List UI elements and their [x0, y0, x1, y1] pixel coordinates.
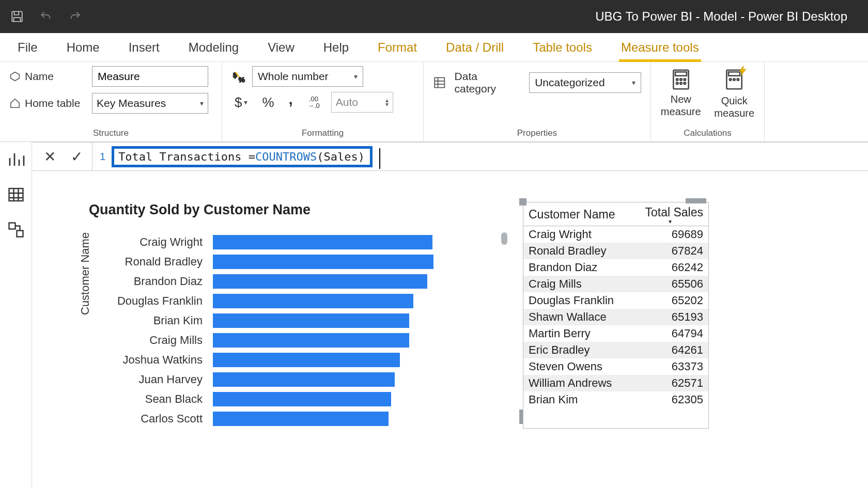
svg-rect-5	[675, 72, 687, 75]
bar-row[interactable]: Joshua Watkins	[213, 350, 492, 370]
tab-format[interactable]: Format	[376, 34, 419, 61]
ribbon-group-empty	[765, 62, 868, 141]
home-table-select[interactable]: Key Measures ▾	[92, 93, 208, 114]
decimals-button[interactable]: .00 →.0	[304, 92, 323, 113]
decimals-placeholder: Auto	[336, 96, 358, 108]
number-format-select[interactable]: Whole number ▾	[252, 66, 363, 87]
formula-bar: ✕ ✓ 1 Total Transactions = COUNTROWS( Sa…	[32, 142, 868, 171]
table-row[interactable]: Brandon Diaz66242	[523, 259, 708, 276]
bar[interactable]	[213, 255, 433, 269]
table-row[interactable]: Ronald Bradley67824	[523, 243, 708, 259]
measure-name-input[interactable]	[92, 66, 208, 87]
table-row[interactable]: William Andrews62571	[523, 375, 708, 391]
bar-label: Joshua Watkins	[89, 353, 208, 367]
tab-measure-tools[interactable]: Measure tools	[619, 34, 701, 61]
bar[interactable]	[213, 333, 409, 348]
bar-row[interactable]: Sean Black	[213, 389, 492, 409]
table-row[interactable]: Douglas Franklin65202	[523, 292, 708, 309]
table-row[interactable]: Martin Berry64794	[523, 325, 708, 342]
chart-scrollbar[interactable]	[501, 232, 507, 245]
bar[interactable]	[213, 235, 432, 249]
model-icon	[7, 221, 25, 239]
formula-cancel-button[interactable]: ✕	[42, 148, 57, 165]
bar-row[interactable]: Craig Mills	[213, 330, 492, 350]
new-measure-button[interactable]: New measure	[660, 68, 702, 119]
tab-table-tools[interactable]: Table tools	[531, 34, 594, 61]
decimals-spinner[interactable]: Auto ▴▾	[331, 92, 393, 113]
tab-file[interactable]: File	[16, 34, 40, 61]
table-row[interactable]: Shawn Wallace65193	[523, 309, 708, 325]
ribbon-group-structure: Name Home table Key Measures ▾ Structure	[0, 62, 222, 141]
table-visual[interactable]: Customer Name Total Sales ▾ Craig Wright…	[523, 202, 709, 429]
undo-icon[interactable]	[39, 10, 53, 23]
svg-point-11	[684, 83, 686, 85]
formula-commit-button[interactable]: ✓	[69, 148, 84, 165]
bar-chart-visual[interactable]: Quantity Sold by Customer Name Customer …	[89, 202, 492, 429]
bar-row[interactable]: Brian Kim	[213, 311, 492, 330]
cell-name: Craig Mills	[523, 276, 632, 292]
tab-home[interactable]: Home	[65, 34, 102, 61]
group-label-structure: Structure	[9, 126, 212, 141]
report-surface[interactable]: Quantity Sold by Customer Name Customer …	[32, 171, 868, 429]
cell-name: Craig Wright	[523, 226, 632, 243]
table-header-name[interactable]: Customer Name	[523, 202, 632, 226]
ribbon-body: Name Home table Key Measures ▾ Structure	[0, 62, 868, 142]
formula-text[interactable]: Total Transactions = COUNTROWS( Sales )	[112, 146, 373, 167]
bar[interactable]	[213, 313, 409, 328]
tab-data-drill[interactable]: Data / Drill	[444, 34, 506, 61]
model-view-button[interactable]	[7, 221, 25, 239]
format-mode-icon[interactable]: $%	[231, 69, 246, 84]
percent-button[interactable]: %	[259, 92, 277, 113]
data-category-select[interactable]: Uncategorized ▾	[529, 72, 641, 93]
table-row[interactable]: Steven Owens63373	[523, 358, 708, 375]
currency-button[interactable]: $ ▾	[231, 92, 251, 113]
titlebar: UBG To Power BI - Model - Power BI Deskt…	[0, 0, 868, 33]
report-view-button[interactable]	[7, 150, 25, 169]
svg-rect-19	[17, 231, 23, 237]
table-row[interactable]: Craig Wright69689	[523, 226, 708, 243]
redo-icon[interactable]	[68, 10, 82, 23]
cell-sales: 62571	[632, 375, 708, 391]
bar[interactable]	[213, 412, 389, 426]
ribbon-group-properties: Data category Uncategorized ▾ Properties	[424, 62, 651, 141]
bar[interactable]	[213, 353, 400, 367]
bar[interactable]	[213, 294, 413, 308]
bar-row[interactable]: Juan Harvey	[213, 370, 492, 389]
spinner-arrows-icon[interactable]: ▴▾	[385, 98, 389, 106]
table-row[interactable]: Brian Kim62305	[523, 391, 708, 408]
tab-help[interactable]: Help	[321, 34, 351, 61]
cell-sales: 69689	[632, 226, 708, 243]
quick-measure-button[interactable]: Quick measure	[714, 68, 755, 119]
bar[interactable]	[213, 372, 395, 387]
bar-row[interactable]: Craig Wright	[213, 232, 492, 252]
tab-view[interactable]: View	[266, 34, 297, 61]
tab-insert[interactable]: Insert	[127, 34, 162, 61]
table-row[interactable]: Eric Bradley64261	[523, 342, 708, 358]
bar-label: Douglas Franklin	[89, 294, 208, 308]
svg-point-8	[684, 78, 686, 81]
bar-label: Sean Black	[89, 392, 208, 406]
new-measure-label: New measure	[660, 93, 702, 118]
bar-row[interactable]: Douglas Franklin	[213, 291, 492, 311]
canvas: ✕ ✓ 1 Total Transactions = COUNTROWS( Sa…	[32, 142, 868, 488]
bar-label: Brian Kim	[89, 314, 208, 327]
bar-row[interactable]: Ronald Bradley	[213, 252, 492, 272]
name-label: Name	[25, 70, 54, 83]
cell-sales: 66242	[632, 259, 708, 276]
home-table-label: Home table	[25, 97, 80, 109]
bar-row[interactable]: Carlos Scott	[213, 409, 492, 429]
thousands-button[interactable]: ,	[286, 92, 296, 113]
bar-row[interactable]: Brandon Diaz	[213, 272, 492, 291]
bar[interactable]	[213, 274, 427, 289]
data-view-button[interactable]	[7, 185, 25, 204]
save-icon[interactable]	[10, 10, 24, 23]
table-row[interactable]: Craig Mills65506	[523, 276, 708, 292]
table-header-sales[interactable]: Total Sales ▾	[632, 202, 708, 226]
tab-modeling[interactable]: Modeling	[187, 34, 241, 61]
bar-label: Juan Harvey	[89, 373, 208, 386]
bar[interactable]	[213, 392, 391, 406]
svg-point-7	[680, 78, 682, 81]
cell-name: Douglas Franklin	[523, 292, 632, 309]
table-scrollbar[interactable]	[519, 410, 523, 424]
formula-editor[interactable]: 1 Total Transactions = COUNTROWS( Sales …	[92, 146, 373, 167]
